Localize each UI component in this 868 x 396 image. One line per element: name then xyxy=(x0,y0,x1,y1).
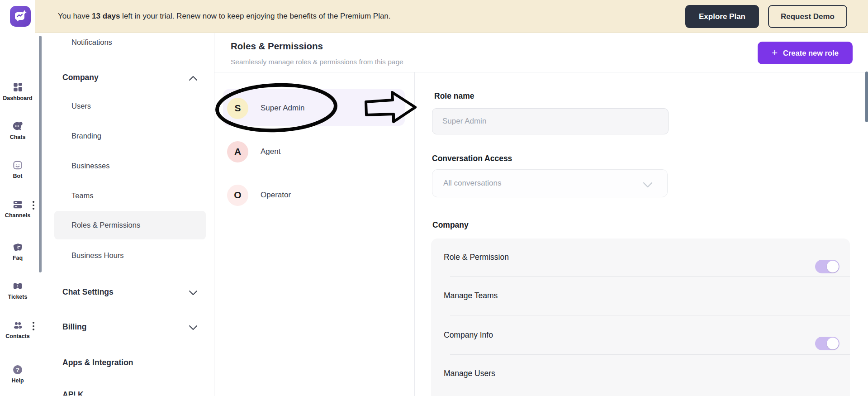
conversation-access-label: Conversation Access xyxy=(432,154,512,163)
rail-item-channels[interactable]: Channels xyxy=(0,198,35,219)
role-avatar-agent: A xyxy=(227,141,248,162)
trial-banner-text: You have 13 days left in your trial. Ren… xyxy=(58,12,391,21)
role-item-operator[interactable]: O Operator xyxy=(223,179,405,211)
sidebar-item-apps-integration[interactable]: Apps & Integration xyxy=(35,355,214,370)
contacts-menu-icon[interactable] xyxy=(32,322,35,330)
rail-item-contacts[interactable]: Contacts xyxy=(0,319,35,339)
sidebar-item-users[interactable]: Users xyxy=(35,98,214,114)
role-avatar-operator: O xyxy=(227,185,248,206)
sidebar-item-branding[interactable]: Branding xyxy=(35,128,214,143)
rail-item-faq[interactable]: Faq xyxy=(0,241,35,261)
help-icon: ? xyxy=(12,363,24,376)
page-subtitle: Seamlessly manage roles & permissions fr… xyxy=(231,58,403,66)
sidebar-item-api-keys[interactable]: API K xyxy=(35,390,214,396)
chevron-up-icon xyxy=(189,75,198,80)
dashboard-icon xyxy=(12,81,24,93)
sidebar-item-roles-permissions[interactable]: Roles & Permissions xyxy=(35,217,214,233)
role-name-operator: Operator xyxy=(261,191,291,200)
row-divider xyxy=(450,315,850,315)
tickets-icon xyxy=(12,280,24,292)
role-item-super-admin[interactable]: S Super Admin xyxy=(223,92,405,124)
role-name-input[interactable] xyxy=(432,108,669,134)
role-name-agent: Agent xyxy=(261,147,280,156)
roles-panel-divider xyxy=(414,72,415,396)
role-name-label: Role name xyxy=(434,91,474,101)
sidebar-item-business-hours[interactable]: Business Hours xyxy=(35,248,214,263)
chevron-down-icon xyxy=(643,181,653,190)
role-item-agent[interactable]: A Agent xyxy=(223,136,405,167)
rail-item-tickets[interactable]: Tickets xyxy=(0,280,35,300)
bot-icon xyxy=(12,159,24,171)
page-scrollbar[interactable] xyxy=(865,72,868,122)
role-avatar-super-admin: S xyxy=(227,98,248,119)
rail-item-dashboard[interactable]: Dashboard xyxy=(0,81,35,101)
rail-label-bot: Bot xyxy=(13,173,23,179)
row-divider xyxy=(450,354,850,355)
svg-text:?: ? xyxy=(16,366,19,373)
rail-label-help: Help xyxy=(11,377,24,384)
permission-row-manage-users: Manage Users xyxy=(431,364,850,382)
conversation-access-value: All conversations xyxy=(443,179,502,188)
sidebar-item-notifications[interactable]: Notifications xyxy=(35,34,214,50)
rail-label-tickets: Tickets xyxy=(8,294,28,300)
role-name-super-admin: Super Admin xyxy=(261,104,304,113)
permission-row-manage-teams: Manage Teams xyxy=(431,286,850,305)
rail-item-help[interactable]: ? Help xyxy=(0,363,35,384)
sidebar-item-teams[interactable]: Teams xyxy=(35,188,214,203)
permission-label: Manage Users xyxy=(444,369,495,378)
explore-plan-button[interactable]: Explore Plan xyxy=(685,5,759,28)
chevron-down-icon xyxy=(189,289,198,295)
company-section-label: Company xyxy=(432,220,469,230)
header-divider xyxy=(214,72,868,72)
rail-item-chats[interactable]: Chats xyxy=(0,120,35,140)
company-permissions-card: Role & Permission Manage Teams Company I… xyxy=(431,239,850,396)
trial-text-prefix: You have xyxy=(58,12,92,20)
permission-row-role-permission: Role & Permission xyxy=(431,248,850,266)
rail-label-contacts: Contacts xyxy=(5,333,29,339)
permission-row-company-info: Company Info xyxy=(431,326,850,344)
permission-label: Manage Teams xyxy=(444,291,498,301)
row-divider xyxy=(450,393,850,393)
rail-label-dashboard: Dashboard xyxy=(3,95,32,101)
sidebar-item-businesses[interactable]: Businesses xyxy=(35,158,214,173)
sidebar-item-chat-settings[interactable]: Chat Settings xyxy=(35,284,214,300)
page-title: Roles & Permissions xyxy=(231,41,323,52)
contacts-icon xyxy=(12,319,24,331)
trial-banner: You have 13 days left in your trial. Ren… xyxy=(35,0,868,33)
rail-label-channels: Channels xyxy=(5,212,30,219)
plus-icon: + xyxy=(772,48,778,58)
create-new-role-button[interactable]: + Create new role xyxy=(758,42,853,64)
banner-actions: Explore Plan Request Demo xyxy=(685,5,847,28)
role-permission-toggle[interactable] xyxy=(815,260,840,273)
faq-icon xyxy=(12,241,24,253)
request-demo-button[interactable]: Request Demo xyxy=(768,5,847,28)
permission-label: Company Info xyxy=(444,330,493,340)
channels-menu-icon[interactable] xyxy=(32,201,35,210)
conversation-access-select[interactable]: All conversations xyxy=(432,169,668,197)
app-logo-icon[interactable] xyxy=(10,6,31,27)
chevron-down-icon xyxy=(189,324,198,329)
toggle-knob xyxy=(827,261,839,272)
rail-label-chats: Chats xyxy=(10,134,26,140)
rail-label-faq: Faq xyxy=(13,255,23,261)
rail-item-bot[interactable]: Bot xyxy=(0,159,35,179)
row-divider xyxy=(450,276,850,277)
settings-sidebar: Notifications Company Users Branding Bus… xyxy=(35,33,214,396)
icon-rail: Dashboard Chats Bot xyxy=(0,33,35,396)
sidebar-item-company[interactable]: Company xyxy=(35,70,214,85)
create-new-role-label: Create new role xyxy=(783,49,839,57)
channels-icon xyxy=(12,198,24,210)
trial-text-suffix: left in your trial. Renew now to keep en… xyxy=(120,12,390,20)
permission-label: Role & Permission xyxy=(444,253,509,262)
chats-icon xyxy=(12,120,24,132)
app-window: You have 13 days left in your trial. Ren… xyxy=(0,0,868,396)
sidebar-item-billing[interactable]: Billing xyxy=(35,319,214,334)
trial-days-left: 13 days xyxy=(92,12,120,20)
